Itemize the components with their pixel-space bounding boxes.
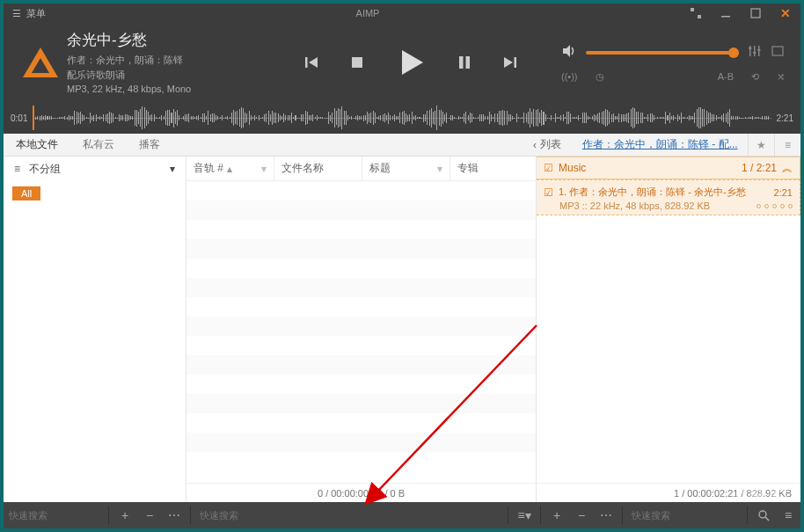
checkbox-icon[interactable]: ☑	[544, 186, 553, 199]
svg-rect-3	[751, 9, 760, 18]
playlist-name-link[interactable]: 作者：余光中，朗诵：陈铎 - 配...	[572, 134, 748, 156]
playlist-item-format: MP3 :: 22 kHz, 48 kbps, 828.92 KB	[559, 200, 756, 211]
svg-rect-4	[305, 57, 308, 68]
remove-button[interactable]: −	[137, 508, 162, 522]
filter-icon[interactable]: ▾	[437, 163, 442, 175]
pause-button[interactable]	[457, 55, 472, 70]
tabs-row: 本地文件 私有云 播客 ‹ 列表 作者：余光中，朗诵：陈铎 - 配... ★ ≡	[4, 134, 800, 157]
left-pane: ≡ 不分组 ▾ All	[4, 157, 186, 502]
track-metadata: 余光中-乡愁 作者：余光中，朗诵：陈铎 配乐诗歌朗诵 MP3, 22 kHz, …	[67, 30, 260, 96]
tab-private-cloud[interactable]: 私有云	[70, 134, 127, 156]
right-search-input[interactable]	[632, 510, 738, 521]
col-filename[interactable]: 文件名称	[274, 157, 362, 180]
ab-repeat-button[interactable]: A-B	[718, 71, 734, 83]
svg-rect-9	[466, 56, 471, 69]
tab-menu-button[interactable]: ≡	[774, 134, 800, 156]
playlist-item-title: 1. 作者：余光中，朗诵：陈铎 - 余光中-乡愁	[559, 186, 769, 199]
add-button[interactable]: +	[113, 508, 137, 522]
playlist-item[interactable]: ☑ 1. 作者：余光中，朗诵：陈铎 - 余光中-乡愁 2:21 MP3 :: 2…	[537, 179, 800, 215]
playlist-group-meta: 1 / 2:21	[742, 162, 777, 174]
filter-icon[interactable]: ▾	[261, 163, 267, 175]
playlist-empty-area	[537, 215, 800, 483]
compact-mode-button[interactable]	[681, 4, 711, 23]
tab-local-files[interactable]: 本地文件	[4, 134, 70, 156]
favorite-button[interactable]: ★	[748, 134, 774, 156]
next-button[interactable]	[501, 54, 518, 71]
track-format: MP3, 22 kHz, 48 kbps, Mono	[67, 84, 260, 94]
grouping-dropdown[interactable]: ≡ 不分组 ▾	[4, 157, 186, 181]
col-track-no[interactable]: 音轨 # ▴ ▾	[186, 157, 274, 180]
svg-marker-12	[563, 45, 570, 57]
svg-line-21	[765, 517, 769, 521]
checkbox-icon[interactable]: ☑	[544, 162, 553, 174]
volume-row	[561, 43, 785, 62]
timer-icon[interactable]: ◷	[596, 71, 604, 83]
col-title[interactable]: 标题 ▾	[362, 157, 450, 180]
radio-icon[interactable]: ((•))	[561, 71, 578, 83]
more-button[interactable]: ⋯	[162, 508, 186, 522]
svg-rect-16	[749, 47, 752, 49]
mid-search-input[interactable]	[200, 510, 499, 521]
track-artist: 作者：余光中，朗诵：陈铎	[67, 54, 260, 67]
remove-button[interactable]: −	[569, 508, 594, 522]
svg-rect-11	[515, 57, 517, 68]
close-button[interactable]: ✕	[771, 4, 800, 23]
chevron-left-icon: ‹	[533, 139, 537, 151]
hamburger-icon: ≡	[14, 163, 20, 175]
svg-rect-18	[757, 49, 761, 51]
svg-rect-17	[753, 52, 756, 54]
stop-button[interactable]	[349, 55, 365, 70]
svg-rect-6	[352, 57, 362, 68]
volume-slider[interactable]	[586, 51, 739, 55]
left-search-input[interactable]	[9, 510, 99, 521]
rating-dots[interactable]	[756, 204, 793, 208]
shuffle-button[interactable]: ⤨	[777, 71, 785, 83]
svg-rect-13	[749, 46, 751, 56]
track-title: 余光中-乡愁	[67, 30, 260, 50]
svg-rect-2	[721, 16, 730, 18]
volume-icon[interactable]	[561, 43, 577, 62]
equalizer-icon[interactable]	[748, 44, 762, 62]
content-area: ≡ 不分组 ▾ All 音轨 # ▴ ▾ 文件名称 标题 ▾ 专辑	[4, 157, 800, 502]
minimize-button[interactable]	[711, 4, 741, 23]
menu-icon: ☰	[12, 8, 21, 19]
svg-marker-5	[309, 57, 318, 68]
svg-rect-1	[698, 15, 701, 18]
svg-point-20	[759, 511, 766, 518]
file-list[interactable]	[186, 181, 536, 483]
collapse-icon[interactable]: ︽	[782, 161, 793, 176]
chevron-down-icon: ▾	[170, 163, 175, 175]
maximize-button[interactable]	[741, 4, 771, 23]
search-icon[interactable]	[751, 509, 776, 521]
prev-button[interactable]	[303, 54, 321, 71]
svg-marker-10	[504, 57, 513, 68]
svg-rect-15	[758, 46, 760, 56]
col-album[interactable]: 专辑	[450, 157, 536, 180]
add-button[interactable]: +	[545, 508, 569, 522]
filter-all-badge[interactable]: All	[12, 186, 40, 200]
app-title: AIMP	[55, 8, 681, 18]
panel-menu-button[interactable]: ≡	[776, 508, 800, 522]
playlist-pane: ☑ Music 1 / 2:21 ︽ ☑ 1. 作者：余光中，朗诵：陈铎 - 余…	[537, 157, 800, 502]
svg-marker-7	[402, 50, 423, 75]
extra-icons-row: ((•)) ◷ A-B ⟲ ⤨	[561, 71, 785, 83]
app-logo	[14, 47, 67, 77]
more-button[interactable]: ⋯	[594, 508, 618, 522]
play-button[interactable]	[393, 45, 428, 80]
window-controls: ✕	[681, 4, 800, 23]
playlist-group-name: Music	[559, 162, 586, 174]
playlist-group-header[interactable]: ☑ Music 1 / 2:21 ︽	[537, 157, 800, 179]
list-label: 列表	[540, 137, 561, 152]
mid-status-bar: 0 / 00:00:00:00 / 0 B	[186, 483, 536, 502]
player-area: 余光中-乡愁 作者：余光中，朗诵：陈铎 配乐诗歌朗诵 MP3, 22 kHz, …	[4, 23, 800, 102]
list-menu-button[interactable]: ≡▾	[512, 508, 537, 522]
repeat-button[interactable]: ⟲	[751, 71, 759, 83]
svg-rect-0	[691, 8, 694, 11]
svg-rect-8	[459, 56, 464, 69]
waveform[interactable]	[33, 106, 771, 130]
tab-podcast[interactable]: 播客	[127, 134, 172, 156]
menu-button[interactable]: ☰ 菜单	[4, 7, 55, 20]
list-dropdown-button[interactable]: ‹ 列表	[523, 134, 572, 156]
time-total: 2:21	[777, 113, 793, 123]
visualization-icon[interactable]	[771, 44, 785, 62]
